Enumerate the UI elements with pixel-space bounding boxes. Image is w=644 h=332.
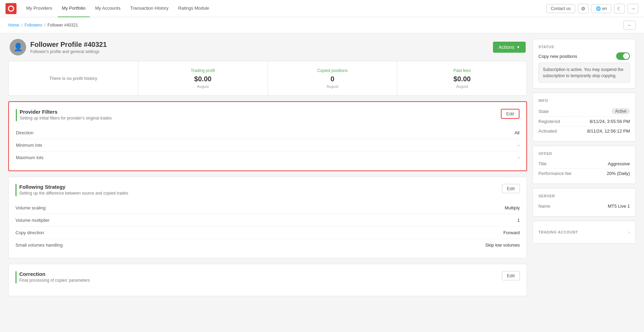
profile-left: 👤 Follower Profile #40321 Follower's pro… xyxy=(10,39,107,55)
profile-info: Follower Profile #40321 Follower's profi… xyxy=(30,41,107,54)
copy-direction-label: Copy direction xyxy=(15,230,44,235)
correction-title-row: Correction Final processing of copies' p… xyxy=(15,271,90,283)
volume-multiplier-row: Volume multiplier 1 xyxy=(15,214,520,227)
info-card: INFO State Active Registered 8/11/24, 3:… xyxy=(533,93,636,142)
copied-positions-label: Copied positions xyxy=(276,68,389,73)
left-panel: 👤 Follower Profile #40321 Follower's pro… xyxy=(8,39,527,302)
trading-profit-value: $0.00 xyxy=(147,75,259,83)
profile-header: 👤 Follower Profile #40321 Follower's pro… xyxy=(8,39,527,55)
language-button[interactable]: 🌐 en xyxy=(591,4,611,13)
stat-paid-fees: Paid fees $0.00 August xyxy=(397,61,527,95)
copy-new-positions-label: Copy new positions xyxy=(538,54,577,59)
status-section-title: STATUS xyxy=(538,45,630,49)
offer-title-label: Title xyxy=(538,161,547,166)
following-strategy-title-row: Following Strategy Setting up the differ… xyxy=(15,184,128,196)
max-lots-value: - xyxy=(518,155,519,160)
stat-trading-profit: Trading profit $0.00 August xyxy=(138,61,268,95)
min-lots-value: - xyxy=(518,143,519,148)
provider-filters-title: Provider Filters xyxy=(20,109,112,115)
server-name-row: Name MT5 Live 1 xyxy=(538,201,630,211)
actions-button[interactable]: Actions ▼ xyxy=(493,42,526,53)
correction-title: Correction xyxy=(19,271,90,277)
offer-title-value: Aggressive xyxy=(608,161,630,166)
offer-section-title: OFFER xyxy=(538,152,630,156)
logout-button[interactable]: → xyxy=(627,4,638,13)
nav-my-providers[interactable]: My Providers xyxy=(22,0,56,17)
trading-account-title: TRADING ACCOUNT xyxy=(538,230,578,234)
volume-multiplier-value: 1 xyxy=(517,218,520,223)
provider-filters-text: Provider Filters Setting up initial filt… xyxy=(20,109,112,121)
stat-no-history: There is no profit history xyxy=(9,61,138,95)
trading-account-chevron-icon: › xyxy=(628,229,630,235)
provider-filters-fields: Direction All Minimum lots - Maximum lot… xyxy=(16,127,519,164)
correction-edit-button[interactable]: Edit xyxy=(502,271,520,280)
nav-my-accounts[interactable]: My Accounts xyxy=(91,0,125,17)
volume-scaling-row: Volume scaling Multiply xyxy=(15,202,520,214)
offer-card: OFFER Title Aggressive Performance fee 2… xyxy=(533,146,636,184)
contact-us-button[interactable]: Contact us xyxy=(546,4,575,13)
server-name-value: MT5 Live 1 xyxy=(608,204,630,209)
toggle-knob xyxy=(623,53,629,59)
breadcrumb-home[interactable]: Home xyxy=(8,23,19,28)
paid-fees-value: $0.00 xyxy=(406,75,518,83)
provider-filters-direction-row: Direction All xyxy=(16,127,519,139)
following-strategy-text: Following Strategy Setting up the differ… xyxy=(19,184,128,196)
provider-filters-min-lots-row: Minimum lots - xyxy=(16,139,519,152)
breadcrumb-followers[interactable]: Followers xyxy=(24,23,42,28)
breadcrumb-sep-2: / xyxy=(44,23,45,28)
small-volumes-row: Small volumes handling Skip low volumes xyxy=(15,239,520,251)
performance-fee-label: Performance fee xyxy=(538,171,571,176)
copy-positions-toggle[interactable] xyxy=(616,52,630,60)
no-history-text: There is no profit history xyxy=(49,76,97,81)
provider-filters-max-lots-row: Maximum lots - xyxy=(16,152,519,164)
volume-scaling-value: Multiply xyxy=(505,205,520,210)
paid-fees-period: August xyxy=(406,84,518,89)
paid-fees-label: Paid fees xyxy=(406,68,518,73)
following-strategy-card: Following Strategy Setting up the differ… xyxy=(8,177,527,258)
logo-icon xyxy=(8,6,14,12)
profile-title: Follower Profile #40321 xyxy=(30,41,107,49)
correction-subtitle: Final processing of copies' parameters xyxy=(19,278,90,283)
state-row: State Active xyxy=(538,106,630,117)
direction-value: All xyxy=(515,130,519,135)
server-section-title: SERVER xyxy=(538,194,630,198)
main-container: 👤 Follower Profile #40321 Follower's pro… xyxy=(0,33,644,307)
provider-filters-accent xyxy=(16,109,17,121)
correction-text: Correction Final processing of copies' p… xyxy=(19,271,90,283)
trading-account-row[interactable]: TRADING ACCOUNT › xyxy=(538,227,630,238)
status-card: STATUS Copy new positions Subscription i… xyxy=(533,39,636,89)
globe-icon: 🌐 xyxy=(596,6,601,11)
stat-copied-positions: Copied positions 0 August xyxy=(268,61,398,95)
small-volumes-value: Skip low volumes xyxy=(485,242,520,248)
performance-fee-value: 20% (Daily) xyxy=(607,171,630,176)
nav-transaction-history[interactable]: Transaction History xyxy=(126,0,173,17)
provider-filters-edit-button[interactable]: Edit xyxy=(501,109,519,119)
registered-value: 8/11/24, 3:55:56 PM xyxy=(590,119,630,124)
breadcrumb-current: Follower #40321 xyxy=(47,23,78,28)
back-button[interactable]: ← xyxy=(623,21,636,30)
breadcrumb-sep-1: / xyxy=(21,23,22,28)
volume-scaling-label: Volume scaling xyxy=(15,205,45,210)
provider-filters-title-row: Provider Filters Setting up initial filt… xyxy=(16,109,112,121)
theme-toggle-button[interactable]: ☾ xyxy=(614,4,625,13)
lang-label: en xyxy=(602,6,607,11)
nav-ratings-module[interactable]: Ratings Module xyxy=(174,0,213,17)
trading-profit-period: August xyxy=(147,84,259,89)
server-name-label: Name xyxy=(538,204,550,209)
settings-icon-button[interactable]: ⚙ xyxy=(578,4,589,13)
following-strategy-accent xyxy=(15,184,17,196)
server-card: SERVER Name MT5 Live 1 xyxy=(533,188,636,217)
subscription-info-text: Subscription is active. You may suspend … xyxy=(543,67,623,78)
following-strategy-subtitle: Setting up the difference between source… xyxy=(19,191,128,196)
max-lots-label: Maximum lots xyxy=(16,155,43,160)
copy-direction-value: Forward xyxy=(503,230,520,235)
state-badge: Active xyxy=(612,108,630,114)
right-panel: STATUS Copy new positions Subscription i… xyxy=(533,39,636,302)
breadcrumb-left: Home / Followers / Follower #40321 xyxy=(8,23,78,28)
following-strategy-edit-button[interactable]: Edit xyxy=(502,184,520,193)
volume-multiplier-label: Volume multiplier xyxy=(15,218,50,223)
correction-accent xyxy=(15,271,17,283)
nav-my-portfolio[interactable]: My Portfolio xyxy=(58,0,90,17)
following-strategy-fields: Volume scaling Multiply Volume multiplie… xyxy=(15,202,520,251)
activated-label: Activated xyxy=(538,128,557,134)
